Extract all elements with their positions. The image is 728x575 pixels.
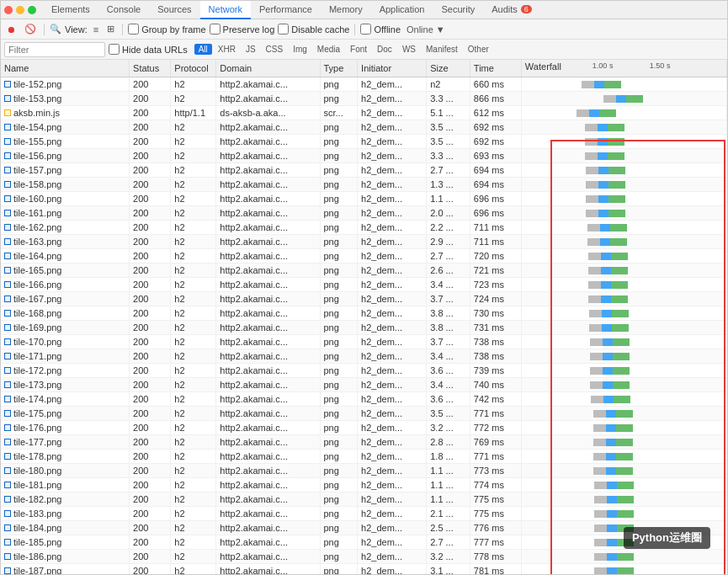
table-row[interactable]: tile-158.png 200 h2 http2.akamai.c... pn… <box>1 178 727 192</box>
table-row[interactable]: tile-180.png 200 h2 http2.akamai.c... pn… <box>1 464 727 478</box>
hide-data-urls-group: Hide data URLs <box>109 44 188 55</box>
online-dropdown[interactable]: Online ▼ <box>404 24 448 35</box>
table-header-row: Name Status Protocol Domain Type Initiat… <box>1 60 727 77</box>
table-row[interactable]: tile-184.png 200 h2 http2.akamai.c... pn… <box>1 521 727 535</box>
col-header-initiator[interactable]: Initiator <box>358 60 427 77</box>
filter-xhr[interactable]: XHR <box>214 44 240 55</box>
tab-sources[interactable]: Sources <box>149 1 199 19</box>
cell-waterfall <box>521 192 726 206</box>
close-button[interactable] <box>4 6 13 14</box>
table-row[interactable]: tile-171.png 200 h2 http2.akamai.c... pn… <box>1 349 727 364</box>
col-header-size[interactable]: Size <box>427 60 470 77</box>
minimize-button[interactable] <box>16 6 24 14</box>
filter-img[interactable]: Img <box>289 44 311 55</box>
cell-protocol: h2 <box>171 349 216 364</box>
table-row[interactable]: tile-154.png 200 h2 http2.akamai.c... pn… <box>1 120 727 135</box>
table-row[interactable]: tile-167.png 200 h2 http2.akamai.c... pn… <box>1 292 727 306</box>
col-header-domain[interactable]: Domain <box>216 60 320 77</box>
record-button[interactable]: ⏺ <box>4 24 19 35</box>
table-row[interactable]: tile-168.png 200 h2 http2.akamai.c... pn… <box>1 306 727 321</box>
filter-ws[interactable]: WS <box>398 44 420 55</box>
cell-time: 742 ms <box>470 392 521 407</box>
filter-all[interactable]: All <box>194 44 212 55</box>
filter-input[interactable] <box>4 42 105 57</box>
table-row[interactable]: tile-175.png 200 h2 http2.akamai.c... pn… <box>1 407 727 421</box>
tab-performance[interactable]: Performance <box>251 1 321 19</box>
table-row[interactable]: tile-157.png 200 h2 http2.akamai.c... pn… <box>1 163 727 178</box>
clear-button[interactable]: 🚫 <box>22 23 39 35</box>
filter-css[interactable]: CSS <box>262 44 288 55</box>
cell-initiator: h2_dem... <box>358 392 427 407</box>
table-row[interactable]: tile-181.png 200 h2 http2.akamai.c... pn… <box>1 478 727 492</box>
filter-media[interactable]: Media <box>313 44 344 55</box>
view-grid-button[interactable]: ⊞ <box>104 23 117 35</box>
table-row[interactable]: tile-182.png 200 h2 http2.akamai.c... pn… <box>1 492 727 507</box>
filter-font[interactable]: Font <box>346 44 371 55</box>
network-table-container[interactable]: Name Status Protocol Domain Type Initiat… <box>1 60 727 574</box>
col-header-waterfall[interactable]: Waterfall 1.00 s 1.50 s <box>521 60 726 77</box>
table-row[interactable]: tile-187.png 200 h2 http2.akamai.c... pn… <box>1 564 727 575</box>
cell-status: 200 <box>130 192 171 206</box>
tab-audits[interactable]: Audits 6 <box>483 1 540 19</box>
table-row[interactable]: tile-164.png 200 h2 http2.akamai.c... pn… <box>1 249 727 264</box>
table-row[interactable]: tile-178.png 200 h2 http2.akamai.c... pn… <box>1 450 727 464</box>
tab-console[interactable]: Console <box>98 1 149 19</box>
table-row[interactable]: tile-166.png 200 h2 http2.akamai.c... pn… <box>1 278 727 292</box>
col-header-type[interactable]: Type <box>320 60 358 77</box>
table-row[interactable]: tile-185.png 200 h2 http2.akamai.c... pn… <box>1 535 727 550</box>
cell-protocol: h2 <box>171 535 216 550</box>
preserve-log-checkbox[interactable] <box>210 24 221 35</box>
table-row[interactable]: tile-176.png 200 h2 http2.akamai.c... pn… <box>1 421 727 435</box>
view-list-button[interactable]: ≡ <box>91 24 101 35</box>
group-by-frame-checkbox[interactable] <box>128 24 139 35</box>
filter-manifest[interactable]: Manifest <box>422 44 462 55</box>
cell-initiator: h2_dem... <box>358 507 427 521</box>
table-row[interactable]: tile-174.png 200 h2 http2.akamai.c... pn… <box>1 392 727 407</box>
table-row[interactable]: tile-153.png 200 h2 http2.akamai.c... pn… <box>1 92 727 106</box>
filter-js[interactable]: JS <box>242 44 260 55</box>
hide-data-urls-checkbox[interactable] <box>109 44 120 55</box>
col-header-name[interactable]: Name <box>1 60 130 77</box>
cell-type: png <box>320 435 358 450</box>
disable-cache-checkbox[interactable] <box>278 24 289 35</box>
tab-security[interactable]: Security <box>433 1 483 19</box>
cell-name: tile-158.png <box>1 178 130 192</box>
offline-checkbox[interactable] <box>360 24 371 35</box>
table-row[interactable]: tile-172.png 200 h2 http2.akamai.c... pn… <box>1 364 727 378</box>
cell-domain: http2.akamai.c... <box>216 306 320 321</box>
tab-network[interactable]: Network <box>200 1 251 19</box>
filter-other[interactable]: Other <box>464 44 493 55</box>
table-row[interactable]: tile-152.png 200 h2 http2.akamai.c... pn… <box>1 77 727 92</box>
col-header-status[interactable]: Status <box>130 60 171 77</box>
table-row[interactable]: tile-156.png 200 h2 http2.akamai.c... pn… <box>1 149 727 163</box>
cell-domain: http2.akamai.c... <box>216 249 320 264</box>
table-row[interactable]: tile-162.png 200 h2 http2.akamai.c... pn… <box>1 221 727 235</box>
cell-protocol: h2 <box>171 77 216 92</box>
table-row[interactable]: tile-170.png 200 h2 http2.akamai.c... pn… <box>1 335 727 349</box>
table-row[interactable]: aksb.min.js 200 http/1.1 ds-aksb-a.aka..… <box>1 106 727 120</box>
table-row[interactable]: tile-186.png 200 h2 http2.akamai.c... pn… <box>1 550 727 564</box>
table-row[interactable]: tile-177.png 200 h2 http2.akamai.c... pn… <box>1 435 727 450</box>
cell-size: 3.8 ... <box>427 321 470 335</box>
cell-status: 200 <box>130 92 171 106</box>
cell-initiator: h2_dem... <box>358 235 427 249</box>
cell-waterfall <box>521 349 726 364</box>
cell-name: tile-157.png <box>1 163 130 178</box>
filter-doc[interactable]: Doc <box>373 44 396 55</box>
table-row[interactable]: tile-183.png 200 h2 http2.akamai.c... pn… <box>1 507 727 521</box>
preserve-log-label: Preserve log <box>223 24 275 35</box>
table-row[interactable]: tile-173.png 200 h2 http2.akamai.c... pn… <box>1 378 727 392</box>
tab-elements[interactable]: Elements <box>43 1 98 19</box>
table-row[interactable]: tile-163.png 200 h2 http2.akamai.c... pn… <box>1 235 727 249</box>
table-row[interactable]: tile-160.png 200 h2 http2.akamai.c... pn… <box>1 192 727 206</box>
maximize-button[interactable] <box>28 6 36 14</box>
tab-application[interactable]: Application <box>371 1 433 19</box>
table-row[interactable]: tile-155.png 200 h2 http2.akamai.c... pn… <box>1 135 727 149</box>
table-row[interactable]: tile-161.png 200 h2 http2.akamai.c... pn… <box>1 206 727 221</box>
col-header-protocol[interactable]: Protocol <box>171 60 216 77</box>
table-row[interactable]: tile-165.png 200 h2 http2.akamai.c... pn… <box>1 264 727 278</box>
tab-memory[interactable]: Memory <box>321 1 371 19</box>
col-header-time[interactable]: Time <box>470 60 521 77</box>
table-row[interactable]: tile-169.png 200 h2 http2.akamai.c... pn… <box>1 321 727 335</box>
cell-status: 200 <box>130 349 171 364</box>
